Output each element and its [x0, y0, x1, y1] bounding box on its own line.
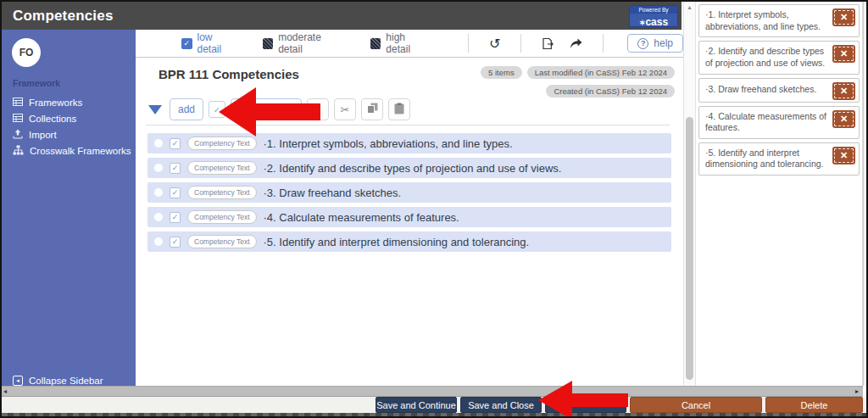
collapse-icon: ◂ [13, 376, 23, 386]
items-count-badge: 5 items [481, 66, 522, 79]
competency-text: ·3. Draw freehand sketches. [264, 187, 402, 199]
type-badge: Competency Text [187, 210, 257, 224]
collapse-sidebar-label: Collapse Sidebar [29, 376, 103, 386]
checked-checkbox-icon[interactable]: ✓ [181, 38, 192, 49]
scissors-icon: ✂ [341, 103, 350, 116]
selected-competency-text: ·5. Identify and interpret dimensioning … [705, 148, 827, 170]
sidebar-nav: Frameworks Collections Import Crosswalk … [2, 94, 136, 159]
competency-row[interactable]: ✓ Competency Text ·3. Draw freehand sket… [147, 182, 671, 203]
powered-by-badge: Powered By ✶cass [629, 5, 678, 27]
cancel-button[interactable]: Cancel [630, 397, 762, 413]
app-window: Competencies Powered By ✶cass FO Framewo… [0, 0, 868, 418]
sidebar: FO Framework Frameworks Collections Impo… [2, 30, 136, 386]
moderate-detail-option[interactable]: moderate detail [263, 31, 346, 55]
sidebar-item-label: Crosswalk Frameworks [30, 146, 131, 156]
drag-handle-dot[interactable] [154, 188, 163, 197]
main-content: ✓ low detail moderate detail high detail… [136, 30, 683, 386]
competency-row[interactable]: ✓ Competency Text ·5. Identify and inter… [147, 231, 671, 252]
help-button[interactable]: ? help [627, 34, 683, 53]
paste-button[interactable] [388, 98, 410, 120]
sidebar-item-crosswalk-frameworks[interactable]: Crosswalk Frameworks [2, 142, 136, 159]
scroll-left-icon[interactable]: ◂ [3, 387, 7, 396]
cass-logo: ✶cass [639, 16, 668, 27]
add-button[interactable]: add [170, 98, 203, 120]
framework-title: BPR 111 Competencies [159, 67, 299, 81]
selected-competency-card: ·3. Draw freehand sketches. ✕ [698, 78, 860, 103]
copy-button[interactable] [361, 98, 383, 120]
detail-grid-icon[interactable] [263, 38, 274, 49]
selected-competency-card: ·2. Identify and describe types of proje… [698, 41, 860, 74]
detail-toolbar: ✓ low detail moderate detail high detail… [136, 30, 683, 58]
sidebar-item-label: Import [29, 130, 57, 140]
toolbar-divider [603, 34, 604, 53]
toolbar-divider [468, 34, 469, 53]
row-checkbox[interactable]: ✓ [170, 163, 181, 174]
horizontal-scrollbar[interactable]: ◂ ▸ [2, 386, 863, 397]
row-checkbox[interactable]: ✓ [170, 138, 181, 149]
selected-competency-text: ·4. Calculate measurements of features. [705, 111, 827, 134]
selected-competency-card: ·1. Interpret symbols, abbreviations, an… [698, 4, 860, 37]
drag-handle-dot[interactable] [154, 213, 163, 221]
sidebar-item-frameworks[interactable]: Frameworks [2, 94, 136, 110]
selected-competency-text: ·1. Interpret symbols, abbreviations, an… [705, 9, 827, 32]
sitemap-icon [13, 145, 24, 157]
selected-competency-card: ·4. Calculate measurements of features. … [698, 106, 860, 139]
top-header: Competencies Powered By ✶cass [2, 2, 682, 30]
drag-handle-dot[interactable] [154, 237, 163, 246]
vertical-scrollbar[interactable]: ▲ [683, 2, 696, 386]
page-title: Competencies [13, 2, 114, 30]
remove-button[interactable]: ✕ [832, 110, 855, 128]
remove-button[interactable]: ✕ [832, 8, 855, 26]
scroll-up-icon[interactable]: ▲ [684, 2, 695, 14]
window-right-edge [863, 2, 866, 386]
remove-button[interactable]: ✕ [832, 147, 855, 164]
undo-icon[interactable]: ↺ [489, 36, 500, 52]
annotation-arrow-footer [538, 381, 628, 418]
row-checkbox[interactable]: ✓ [170, 212, 181, 223]
annotation-arrow-settings [219, 87, 320, 140]
type-badge: Competency Text [187, 235, 257, 248]
cut-button[interactable]: ✂ [334, 98, 356, 120]
row-checkbox[interactable]: ✓ [170, 187, 181, 198]
competency-text: ·5. Identify and interpret dimensioning … [264, 236, 530, 248]
copy-icon [367, 103, 378, 116]
clipboard-icon [394, 103, 404, 117]
table-icon [13, 97, 23, 109]
low-detail-option[interactable]: ✓ low detail [181, 31, 238, 55]
sidebar-section-label: Framework [13, 78, 60, 88]
selected-competency-text: ·2. Identify and describe types of proje… [705, 46, 827, 69]
type-badge: Competency Text [187, 161, 257, 175]
sidebar-item-label: Collections [29, 114, 76, 124]
export-icon[interactable] [542, 37, 554, 50]
avatar[interactable]: FO [12, 38, 41, 67]
save-and-continue-button[interactable]: Save and Continue [376, 397, 457, 413]
remove-button[interactable]: ✕ [832, 82, 855, 100]
question-icon: ? [637, 38, 648, 49]
save-and-close-button[interactable]: Save and Close [460, 397, 542, 413]
competency-text: ·4. Calculate measurements of features. [264, 211, 459, 224]
drag-handle-dot[interactable] [154, 164, 163, 172]
sidebar-item-collections[interactable]: Collections [2, 110, 136, 126]
high-detail-option[interactable]: high detail [370, 31, 431, 55]
competency-row[interactable]: ✓ Competency Text ·2. Identify and descr… [147, 158, 671, 178]
scroll-right-icon[interactable]: ▸ [855, 387, 859, 396]
collapse-sidebar-button[interactable]: ◂ Collapse Sidebar [13, 376, 103, 386]
selected-competency-text: ·3. Draw freehand sketches. [705, 84, 816, 96]
sidebar-item-import[interactable]: Import [2, 126, 136, 142]
competency-text: ·2. Identify and describe types of proje… [264, 162, 562, 175]
drag-handle-dot[interactable] [154, 139, 163, 148]
selected-competency-card: ·5. Identify and interpret dimensioning … [698, 142, 860, 176]
remove-button[interactable]: ✕ [832, 45, 855, 63]
competency-row[interactable]: ✓ Competency Text ·4. Calculate measurem… [147, 207, 671, 227]
help-label: help [654, 37, 673, 49]
chevron-down-icon[interactable] [148, 105, 162, 114]
delete-button[interactable]: Delete [765, 397, 863, 413]
share-icon[interactable] [570, 38, 582, 49]
vertical-scrollbar-thumb[interactable] [686, 117, 693, 380]
bottom-window-edge [2, 413, 866, 417]
detail-grid-icon[interactable] [370, 38, 381, 49]
framework-badges: 5 itemsLast modified (in CaSS) Feb 12 20… [420, 64, 675, 101]
row-checkbox[interactable]: ✓ [170, 237, 181, 248]
sidebar-item-label: Frameworks [29, 98, 82, 108]
created-badge: Created (in CaSS) Feb 12 2024 [546, 85, 675, 98]
